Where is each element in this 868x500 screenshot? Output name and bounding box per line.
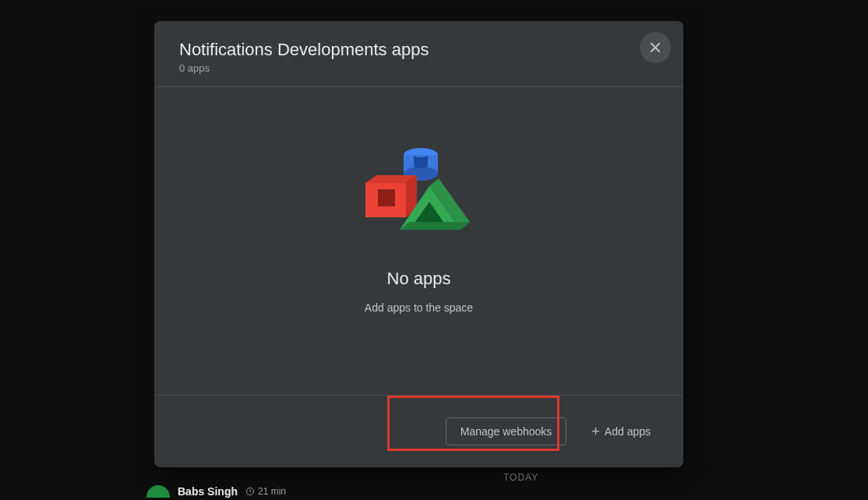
empty-state-subtitle: Add apps to the space	[365, 301, 473, 314]
sender-name: Babs Singh	[178, 485, 238, 498]
dialog-header: Notifications Developments apps 0 apps	[154, 21, 683, 87]
dialog-body: No apps Add apps to the space	[154, 87, 683, 395]
close-button[interactable]	[640, 32, 671, 63]
add-apps-button[interactable]: + Add apps	[577, 417, 665, 445]
close-icon	[648, 40, 662, 55]
dialog-footer: Manage webhooks + Add apps	[154, 395, 683, 467]
empty-illustration	[361, 146, 478, 239]
empty-state-title: No apps	[387, 269, 451, 289]
manage-webhooks-label: Manage webhooks	[460, 425, 552, 438]
apps-dialog: Notifications Developments apps 0 apps	[154, 21, 683, 467]
avatar	[146, 485, 170, 498]
manage-webhooks-button[interactable]: Manage webhooks	[446, 417, 567, 445]
timestamp-text: 21 min	[258, 486, 286, 497]
dialog-title: Notifications Developments apps	[179, 40, 658, 60]
dialog-subtitle: 0 apps	[179, 62, 658, 74]
plus-icon: +	[591, 424, 600, 438]
message-row: Babs Singh 21 min	[146, 485, 286, 498]
history-icon	[245, 487, 255, 496]
svg-rect-6	[378, 189, 395, 206]
date-separator-today: TODAY	[503, 472, 538, 483]
timestamp: 21 min	[245, 486, 286, 497]
add-apps-label: Add apps	[605, 425, 651, 438]
